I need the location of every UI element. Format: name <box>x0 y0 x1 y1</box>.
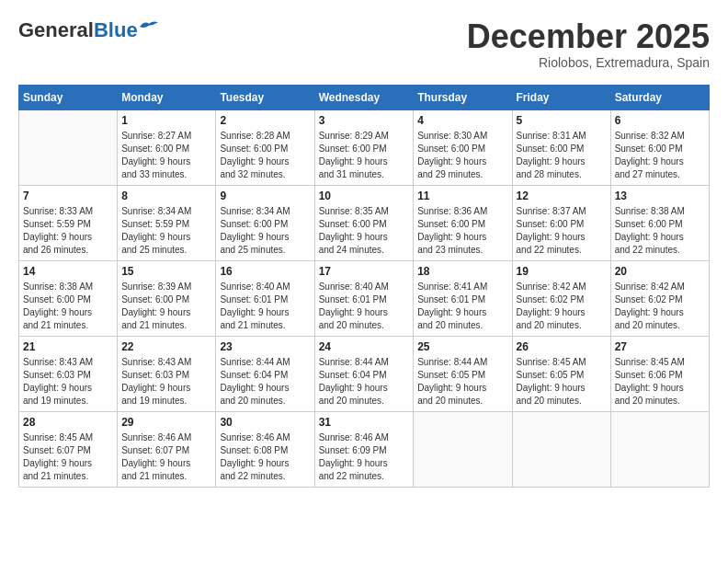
day-number: 10 <box>319 190 410 202</box>
logo-bird-icon <box>140 20 158 33</box>
day-number: 12 <box>517 190 607 202</box>
day-number: 31 <box>319 416 410 429</box>
calendar-cell: 15Sunrise: 8:39 AM Sunset: 6:00 PM Dayli… <box>118 260 216 336</box>
weekday-header-saturday: Saturday <box>610 85 709 109</box>
page-header: General Blue December 2025 Riolobos, Ext… <box>18 18 710 70</box>
calendar-cell: 1Sunrise: 8:27 AM Sunset: 6:00 PM Daylig… <box>118 109 216 185</box>
calendar-cell: 5Sunrise: 8:31 AM Sunset: 6:00 PM Daylig… <box>512 109 610 185</box>
day-number: 29 <box>121 416 211 429</box>
calendar-cell: 21Sunrise: 8:43 AM Sunset: 6:03 PM Dayli… <box>19 336 118 411</box>
day-number: 27 <box>615 340 705 353</box>
calendar-cell: 31Sunrise: 8:46 AM Sunset: 6:09 PM Dayli… <box>314 411 414 487</box>
logo: General Blue <box>18 18 158 42</box>
day-info: Sunrise: 8:41 AM Sunset: 6:01 PM Dayligh… <box>417 281 507 332</box>
day-number: 1 <box>121 114 211 127</box>
day-info: Sunrise: 8:36 AM Sunset: 6:00 PM Dayligh… <box>417 205 507 257</box>
calendar-cell: 17Sunrise: 8:40 AM Sunset: 6:01 PM Dayli… <box>314 260 414 336</box>
calendar-cell: 19Sunrise: 8:42 AM Sunset: 6:02 PM Dayli… <box>512 260 610 336</box>
day-info: Sunrise: 8:28 AM Sunset: 6:00 PM Dayligh… <box>220 130 310 181</box>
day-number: 30 <box>220 416 310 429</box>
calendar-cell: 12Sunrise: 8:37 AM Sunset: 6:00 PM Dayli… <box>512 185 610 260</box>
calendar-header-row: SundayMondayTuesdayWednesdayThursdayFrid… <box>19 85 710 109</box>
calendar-cell: 23Sunrise: 8:44 AM Sunset: 6:04 PM Dayli… <box>216 336 314 411</box>
day-info: Sunrise: 8:39 AM Sunset: 6:00 PM Dayligh… <box>121 281 211 332</box>
calendar-cell: 28Sunrise: 8:45 AM Sunset: 6:07 PM Dayli… <box>19 411 118 487</box>
day-number: 26 <box>517 340 607 353</box>
day-number: 23 <box>220 340 310 353</box>
calendar-cell: 26Sunrise: 8:45 AM Sunset: 6:05 PM Dayli… <box>512 336 610 411</box>
day-number: 16 <box>220 265 310 278</box>
calendar-cell: 2Sunrise: 8:28 AM Sunset: 6:00 PM Daylig… <box>216 109 314 185</box>
calendar-cell: 13Sunrise: 8:38 AM Sunset: 6:00 PM Dayli… <box>610 185 709 260</box>
day-number: 13 <box>615 190 705 202</box>
calendar-cell: 27Sunrise: 8:45 AM Sunset: 6:06 PM Dayli… <box>610 336 709 411</box>
weekday-header-wednesday: Wednesday <box>314 85 414 109</box>
day-number: 21 <box>23 340 113 353</box>
day-number: 15 <box>121 265 211 278</box>
day-info: Sunrise: 8:42 AM Sunset: 6:02 PM Dayligh… <box>615 281 705 332</box>
day-number: 8 <box>121 190 211 202</box>
calendar-cell: 24Sunrise: 8:44 AM Sunset: 6:04 PM Dayli… <box>314 336 414 411</box>
day-info: Sunrise: 8:40 AM Sunset: 6:01 PM Dayligh… <box>220 281 310 332</box>
calendar-cell: 14Sunrise: 8:38 AM Sunset: 6:00 PM Dayli… <box>19 260 118 336</box>
logo-general-text: General <box>18 18 94 42</box>
day-number: 4 <box>417 114 507 127</box>
day-info: Sunrise: 8:46 AM Sunset: 6:07 PM Dayligh… <box>121 431 211 483</box>
day-info: Sunrise: 8:45 AM Sunset: 6:07 PM Dayligh… <box>23 431 113 483</box>
calendar-cell: 11Sunrise: 8:36 AM Sunset: 6:00 PM Dayli… <box>414 185 512 260</box>
weekday-header-monday: Monday <box>118 85 216 109</box>
day-info: Sunrise: 8:34 AM Sunset: 5:59 PM Dayligh… <box>121 205 211 257</box>
calendar-week-row: 14Sunrise: 8:38 AM Sunset: 6:00 PM Dayli… <box>19 260 710 336</box>
day-info: Sunrise: 8:38 AM Sunset: 6:00 PM Dayligh… <box>23 281 113 332</box>
calendar-cell: 16Sunrise: 8:40 AM Sunset: 6:01 PM Dayli… <box>216 260 314 336</box>
calendar-cell: 25Sunrise: 8:44 AM Sunset: 6:05 PM Dayli… <box>414 336 512 411</box>
day-info: Sunrise: 8:44 AM Sunset: 6:05 PM Dayligh… <box>417 356 507 408</box>
calendar-week-row: 1Sunrise: 8:27 AM Sunset: 6:00 PM Daylig… <box>19 109 710 185</box>
calendar-cell: 4Sunrise: 8:30 AM Sunset: 6:00 PM Daylig… <box>414 109 512 185</box>
calendar-cell: 29Sunrise: 8:46 AM Sunset: 6:07 PM Dayli… <box>118 411 216 487</box>
day-info: Sunrise: 8:35 AM Sunset: 6:00 PM Dayligh… <box>319 205 410 257</box>
calendar-cell: 8Sunrise: 8:34 AM Sunset: 5:59 PM Daylig… <box>118 185 216 260</box>
weekday-header-tuesday: Tuesday <box>216 85 314 109</box>
day-info: Sunrise: 8:32 AM Sunset: 6:00 PM Dayligh… <box>615 130 705 181</box>
day-number: 5 <box>517 114 607 127</box>
day-info: Sunrise: 8:45 AM Sunset: 6:05 PM Dayligh… <box>517 356 607 408</box>
weekday-header-thursday: Thursday <box>414 85 512 109</box>
calendar-week-row: 7Sunrise: 8:33 AM Sunset: 5:59 PM Daylig… <box>19 185 710 260</box>
day-info: Sunrise: 8:44 AM Sunset: 6:04 PM Dayligh… <box>319 356 410 408</box>
calendar-cell: 7Sunrise: 8:33 AM Sunset: 5:59 PM Daylig… <box>19 185 118 260</box>
day-number: 17 <box>319 265 410 278</box>
day-number: 9 <box>220 190 310 202</box>
day-number: 11 <box>417 190 507 202</box>
title-area: December 2025 Riolobos, Extremadura, Spa… <box>467 18 710 70</box>
day-info: Sunrise: 8:27 AM Sunset: 6:00 PM Dayligh… <box>121 130 211 181</box>
day-info: Sunrise: 8:33 AM Sunset: 5:59 PM Dayligh… <box>23 205 113 257</box>
day-number: 18 <box>417 265 507 278</box>
day-info: Sunrise: 8:43 AM Sunset: 6:03 PM Dayligh… <box>23 356 113 408</box>
day-number: 2 <box>220 114 310 127</box>
calendar-cell <box>19 109 118 185</box>
day-number: 20 <box>615 265 705 278</box>
day-number: 3 <box>319 114 410 127</box>
calendar-cell: 9Sunrise: 8:34 AM Sunset: 6:00 PM Daylig… <box>216 185 314 260</box>
calendar-cell: 18Sunrise: 8:41 AM Sunset: 6:01 PM Dayli… <box>414 260 512 336</box>
calendar-cell: 22Sunrise: 8:43 AM Sunset: 6:03 PM Dayli… <box>118 336 216 411</box>
day-info: Sunrise: 8:42 AM Sunset: 6:02 PM Dayligh… <box>517 281 607 332</box>
day-number: 7 <box>23 190 113 202</box>
calendar-week-row: 28Sunrise: 8:45 AM Sunset: 6:07 PM Dayli… <box>19 411 710 487</box>
month-title: December 2025 <box>467 18 710 55</box>
day-info: Sunrise: 8:38 AM Sunset: 6:00 PM Dayligh… <box>615 205 705 257</box>
calendar-table: SundayMondayTuesdayWednesdayThursdayFrid… <box>18 85 710 488</box>
day-info: Sunrise: 8:30 AM Sunset: 6:00 PM Dayligh… <box>417 130 507 181</box>
weekday-header-friday: Friday <box>512 85 610 109</box>
calendar-week-row: 21Sunrise: 8:43 AM Sunset: 6:03 PM Dayli… <box>19 336 710 411</box>
day-info: Sunrise: 8:44 AM Sunset: 6:04 PM Dayligh… <box>220 356 310 408</box>
day-number: 25 <box>417 340 507 353</box>
calendar-cell <box>610 411 709 487</box>
day-info: Sunrise: 8:46 AM Sunset: 6:08 PM Dayligh… <box>220 431 310 483</box>
day-info: Sunrise: 8:37 AM Sunset: 6:00 PM Dayligh… <box>517 205 607 257</box>
day-number: 24 <box>319 340 410 353</box>
calendar-cell <box>512 411 610 487</box>
day-number: 28 <box>23 416 113 429</box>
day-info: Sunrise: 8:43 AM Sunset: 6:03 PM Dayligh… <box>121 356 211 408</box>
